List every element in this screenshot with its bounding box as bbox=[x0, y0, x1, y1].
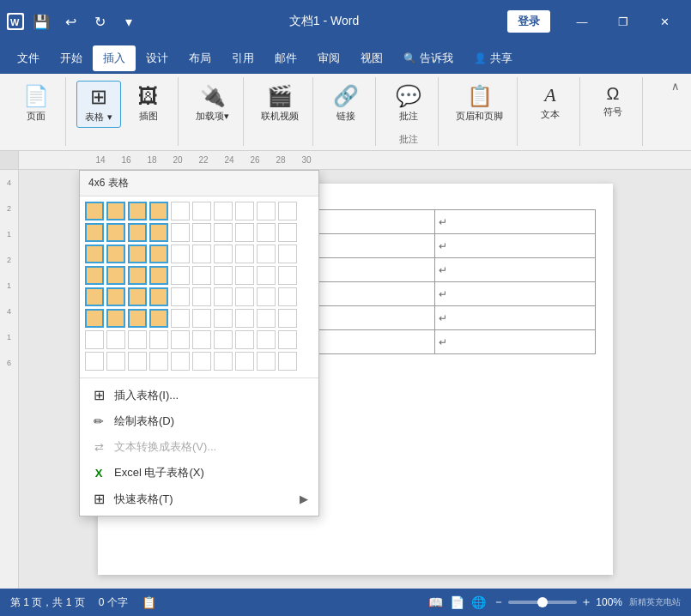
grid-cell[interactable] bbox=[106, 245, 125, 263]
grid-cell[interactable] bbox=[128, 245, 147, 263]
grid-cell[interactable] bbox=[149, 287, 168, 306]
grid-cell[interactable] bbox=[235, 245, 254, 263]
grid-cell[interactable] bbox=[257, 309, 276, 328]
menu-review[interactable]: 审阅 bbox=[307, 45, 350, 71]
grid-cell[interactable] bbox=[235, 352, 254, 371]
grid-cell[interactable] bbox=[278, 309, 297, 328]
grid-cell[interactable] bbox=[171, 245, 190, 263]
grid-cell[interactable] bbox=[214, 245, 233, 263]
grid-cell[interactable] bbox=[257, 202, 276, 220]
draw-table-item[interactable]: ✏ 绘制表格(D) bbox=[80, 408, 318, 434]
table-grid[interactable] bbox=[80, 196, 318, 377]
grid-cell[interactable] bbox=[106, 223, 125, 242]
grid-cell[interactable] bbox=[171, 352, 190, 371]
grid-cell[interactable] bbox=[214, 287, 233, 306]
menu-insert[interactable]: 插入 bbox=[93, 45, 136, 71]
grid-cell[interactable] bbox=[149, 309, 168, 328]
grid-cell[interactable] bbox=[171, 309, 190, 328]
grid-cell[interactable] bbox=[257, 245, 276, 263]
ribbon-media-button[interactable]: 🎬 联机视频 bbox=[254, 81, 306, 126]
web-layout-icon[interactable]: 🌐 bbox=[471, 595, 486, 609]
grid-cell[interactable] bbox=[235, 287, 254, 306]
grid-cell[interactable] bbox=[235, 223, 254, 242]
grid-cell[interactable] bbox=[106, 309, 125, 328]
customize-qat-button[interactable]: ▾ bbox=[117, 9, 141, 33]
grid-cell[interactable] bbox=[128, 330, 147, 349]
grid-cell[interactable] bbox=[257, 330, 276, 349]
grid-cell[interactable] bbox=[192, 202, 211, 220]
grid-cell[interactable] bbox=[128, 287, 147, 306]
grid-cell[interactable] bbox=[257, 266, 276, 285]
spelling-icon[interactable]: 📋 bbox=[142, 595, 156, 609]
grid-cell[interactable] bbox=[85, 266, 104, 285]
menu-share[interactable]: 👤 共享 bbox=[464, 45, 523, 71]
grid-cell[interactable] bbox=[192, 309, 211, 328]
grid-cell[interactable] bbox=[278, 330, 297, 349]
grid-cell[interactable] bbox=[214, 266, 233, 285]
insert-table-item[interactable]: ⊞ 插入表格(I)... bbox=[80, 382, 318, 408]
ribbon-comments-button[interactable]: 💬 批注 bbox=[386, 81, 431, 126]
grid-cell[interactable] bbox=[235, 330, 254, 349]
grid-cell[interactable] bbox=[128, 223, 147, 242]
ribbon-text-button[interactable]: A 文本 bbox=[528, 81, 573, 124]
grid-cell[interactable] bbox=[128, 309, 147, 328]
grid-cell[interactable] bbox=[192, 223, 211, 242]
grid-cell[interactable] bbox=[106, 202, 125, 220]
grid-cell[interactable] bbox=[149, 202, 168, 220]
grid-cell[interactable] bbox=[171, 266, 190, 285]
grid-cell[interactable] bbox=[214, 309, 233, 328]
login-button[interactable]: 登录 bbox=[507, 10, 550, 33]
zoom-slider[interactable] bbox=[508, 601, 577, 604]
zoom-thumb[interactable] bbox=[537, 597, 548, 607]
grid-cell[interactable] bbox=[235, 266, 254, 285]
print-layout-icon[interactable]: 📄 bbox=[450, 595, 464, 609]
grid-cell[interactable] bbox=[192, 266, 211, 285]
grid-cell[interactable] bbox=[106, 352, 125, 371]
grid-cell[interactable] bbox=[85, 330, 104, 349]
excel-table-item[interactable]: X Excel 电子表格(X) bbox=[80, 460, 318, 486]
menu-references[interactable]: 引用 bbox=[221, 45, 264, 71]
grid-cell[interactable] bbox=[278, 352, 297, 371]
restore-button[interactable]: ❐ bbox=[603, 0, 643, 43]
grid-cell[interactable] bbox=[192, 287, 211, 306]
zoom-out-icon[interactable]: － bbox=[493, 595, 505, 610]
undo-button[interactable]: ↩ bbox=[58, 9, 82, 33]
grid-cell[interactable] bbox=[278, 266, 297, 285]
grid-cell[interactable] bbox=[278, 245, 297, 263]
menu-view[interactable]: 视图 bbox=[350, 45, 393, 71]
save-button[interactable]: 💾 bbox=[29, 9, 53, 33]
grid-cell[interactable] bbox=[128, 202, 147, 220]
grid-cell[interactable] bbox=[278, 202, 297, 220]
menu-design[interactable]: 设计 bbox=[136, 45, 179, 71]
grid-cell[interactable] bbox=[85, 223, 104, 242]
grid-cell[interactable] bbox=[171, 330, 190, 349]
grid-cell[interactable] bbox=[85, 352, 104, 371]
menu-home[interactable]: 开始 bbox=[50, 45, 93, 71]
grid-cell[interactable] bbox=[149, 223, 168, 242]
grid-cell[interactable] bbox=[171, 223, 190, 242]
grid-cell[interactable] bbox=[235, 202, 254, 220]
grid-cell[interactable] bbox=[235, 309, 254, 328]
menu-layout[interactable]: 布局 bbox=[179, 45, 221, 71]
redo-button[interactable]: ↻ bbox=[88, 9, 112, 33]
menu-tellme[interactable]: 🔍 告诉我 bbox=[393, 45, 464, 71]
grid-cell[interactable] bbox=[257, 223, 276, 242]
grid-cell[interactable] bbox=[257, 287, 276, 306]
ribbon-picture-button[interactable]: 🖼 插图 bbox=[126, 81, 171, 126]
zoom-in-icon[interactable]: ＋ bbox=[580, 595, 592, 610]
ribbon-links-button[interactable]: 🔗 链接 bbox=[324, 81, 368, 126]
quick-table-item[interactable]: ⊞ 快速表格(T) ▶ bbox=[80, 486, 318, 512]
grid-cell[interactable] bbox=[128, 266, 147, 285]
grid-cell[interactable] bbox=[214, 223, 233, 242]
ribbon-collapse-button[interactable]: ∧ bbox=[667, 77, 684, 94]
ribbon-table-button[interactable]: ⊞ 表格 ▾ bbox=[76, 81, 121, 128]
grid-cell[interactable] bbox=[278, 287, 297, 306]
grid-cell[interactable] bbox=[85, 287, 104, 306]
grid-cell[interactable] bbox=[149, 330, 168, 349]
grid-cell[interactable] bbox=[171, 287, 190, 306]
grid-cell[interactable] bbox=[257, 352, 276, 371]
grid-cell[interactable] bbox=[192, 330, 211, 349]
menu-mailings[interactable]: 邮件 bbox=[264, 45, 307, 71]
menu-file[interactable]: 文件 bbox=[7, 45, 50, 71]
grid-cell[interactable] bbox=[214, 330, 233, 349]
